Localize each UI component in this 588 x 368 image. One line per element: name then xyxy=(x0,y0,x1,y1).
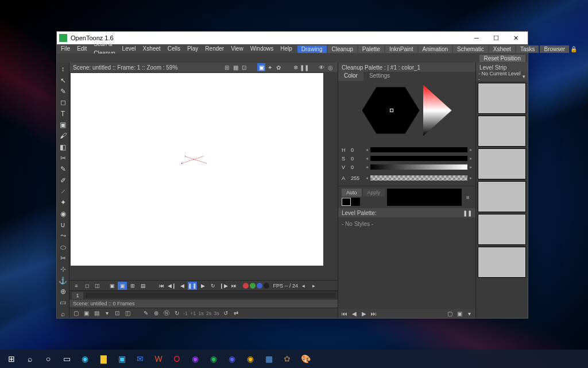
v-dec-icon[interactable]: ◂ xyxy=(366,164,368,170)
pinch-tool[interactable]: ✦ xyxy=(59,198,68,206)
next-frame-button[interactable]: ❙▶ xyxy=(219,282,228,290)
hook-tool[interactable]: ⚓ xyxy=(59,277,68,285)
play-back-button[interactable]: ◀ xyxy=(177,282,187,290)
menu-windows[interactable]: Windows xyxy=(247,44,277,53)
palette-lock-icon[interactable]: ❚❚ xyxy=(463,210,472,216)
opera-icon[interactable]: O xyxy=(169,351,185,366)
grid-icon[interactable]: ⊡ xyxy=(240,63,248,71)
apply-button[interactable]: Apply xyxy=(363,189,385,197)
preview-icon[interactable]: 👁 xyxy=(318,63,326,71)
menu-render[interactable]: Render xyxy=(202,44,227,53)
room-tab-xsheet[interactable]: Xsheet xyxy=(489,45,515,53)
frame-thumbnail[interactable] xyxy=(478,83,526,114)
prev-frame-button[interactable]: ◀❙ xyxy=(167,282,176,290)
camera-view-icon[interactable]: ✿ xyxy=(274,63,283,71)
frame-thumbnail[interactable] xyxy=(478,181,526,212)
subcamera-icon[interactable]: ◎ xyxy=(326,63,334,71)
gimp-icon[interactable]: ✿ xyxy=(279,351,295,366)
loop-button[interactable]: ↻ xyxy=(208,282,218,290)
menu-view[interactable]: View xyxy=(228,44,246,53)
room-tab-tasks[interactable]: Tasks xyxy=(516,45,539,53)
frame-slider-track[interactable] xyxy=(86,293,335,298)
autoinput-icon[interactable]: ↻ xyxy=(173,309,181,317)
previous-swatch[interactable] xyxy=(351,198,360,206)
paint-brush-tool[interactable]: 🖌 xyxy=(59,132,68,140)
freeze-icon[interactable]: ❄ xyxy=(292,63,300,71)
a-dec-icon[interactable]: ◂ xyxy=(366,175,368,181)
hue-hexagon[interactable] xyxy=(362,85,420,136)
frame-thumbnail[interactable] xyxy=(478,247,526,278)
pause-icon[interactable]: ❚❚ xyxy=(300,63,308,71)
s-inc-icon[interactable]: ▸ xyxy=(470,156,472,161)
room-tab-schematic[interactable]: Schematic xyxy=(453,45,488,53)
red-channel-icon[interactable] xyxy=(243,283,249,289)
first-frame-button[interactable]: ⏮ xyxy=(157,282,166,290)
magnet-tool[interactable]: ∪ xyxy=(59,221,68,229)
zoom-tool[interactable]: ⌕ xyxy=(59,310,68,318)
bender-tool[interactable]: ⤳ xyxy=(59,232,68,240)
current-swatch[interactable] xyxy=(342,198,351,206)
frame-thumbnail[interactable] xyxy=(478,214,526,245)
selection-tool[interactable]: ↕ xyxy=(59,65,68,73)
menu-edit[interactable]: Edit xyxy=(74,44,90,53)
tab-settings[interactable]: Settings xyxy=(363,72,396,81)
menu-xsheet[interactable]: Xsheet xyxy=(140,44,164,53)
spotify-icon[interactable]: ◉ xyxy=(206,351,222,366)
field-guide-icon[interactable]: ⊞ xyxy=(223,63,231,71)
palette-nav-next-icon[interactable]: ▶ xyxy=(360,309,368,317)
step-minus1[interactable]: -1 xyxy=(183,310,188,316)
tape-tool[interactable]: ✂ xyxy=(59,154,68,162)
palette-nav-prev-icon[interactable]: ◀ xyxy=(350,309,358,317)
canvas-area[interactable] xyxy=(69,72,338,280)
room-tab-inknpaint[interactable]: InknPaint xyxy=(385,45,417,53)
auto-button[interactable]: Auto xyxy=(342,189,362,197)
new-page-icon[interactable]: ▣ xyxy=(455,309,463,317)
note-icon[interactable]: ⊕ xyxy=(152,309,160,317)
room-tab-cleanup[interactable]: Cleanup xyxy=(328,45,357,53)
iron-tool[interactable]: ⬭ xyxy=(59,243,68,251)
start-icon[interactable]: ⊞ xyxy=(3,351,20,366)
film-icon[interactable]: ⊞ xyxy=(128,282,137,290)
menu-help[interactable]: Help xyxy=(277,44,295,53)
green-channel-icon[interactable] xyxy=(250,283,256,289)
h-inc-icon[interactable]: ▸ xyxy=(470,147,472,152)
menu-cells[interactable]: Cells xyxy=(165,44,183,53)
a-value[interactable]: 255 xyxy=(351,175,363,181)
palette-options-icon[interactable]: ▾ xyxy=(465,309,473,317)
store-icon[interactable]: ▣ xyxy=(114,351,130,366)
tracker-tool[interactable]: ⊕ xyxy=(59,288,68,296)
room-tab-animation[interactable]: Animation xyxy=(419,45,452,53)
reverse-icon[interactable]: ⇄ xyxy=(232,309,240,317)
chrome-icon[interactable]: ◉ xyxy=(242,351,258,366)
pump-tool[interactable]: ◉ xyxy=(59,209,68,217)
room-tab-drawing[interactable]: Drawing xyxy=(297,45,327,53)
define-subcam-icon[interactable]: ▣ xyxy=(107,282,117,290)
move-tool[interactable]: ↖ xyxy=(59,76,68,84)
fps-up-button[interactable]: ▸ xyxy=(310,282,319,290)
palette-nav-first-icon[interactable]: ⏮ xyxy=(341,309,349,317)
style-picker-tool[interactable]: ✎ xyxy=(59,165,68,173)
discord-icon[interactable]: ◉ xyxy=(224,351,240,366)
cortana-icon[interactable]: ○ xyxy=(40,351,56,366)
matte-channel-icon[interactable] xyxy=(264,283,269,289)
subcam-active-icon[interactable]: ▣ xyxy=(118,282,127,290)
level-strip-combo[interactable]: - No Current Level -▾ xyxy=(476,72,528,81)
v-value[interactable]: 0 xyxy=(351,164,363,170)
lock-icon[interactable]: 🔒 xyxy=(570,46,577,52)
minimize-button[interactable]: ─ xyxy=(467,32,486,44)
v-slider[interactable] xyxy=(370,164,467,170)
level-strip-frames[interactable] xyxy=(476,81,528,318)
h-value[interactable]: 0 xyxy=(351,147,363,153)
plastic-tool[interactable]: ▭ xyxy=(59,298,68,306)
open-subxsheet-icon[interactable]: ⊡ xyxy=(113,309,121,317)
new-style-icon[interactable]: ▢ xyxy=(446,309,454,317)
a-slider[interactable] xyxy=(370,175,467,181)
palette-nav-last-icon[interactable]: ⏭ xyxy=(370,309,378,317)
hamburger-icon[interactable]: ≡ xyxy=(72,282,81,290)
fps-down-button[interactable]: ◂ xyxy=(299,282,308,290)
rgb-picker-tool[interactable]: ✐ xyxy=(59,176,68,184)
h-dec-icon[interactable]: ◂ xyxy=(366,147,368,152)
compare-icon[interactable]: ◫ xyxy=(92,282,102,290)
pause-button[interactable]: ❚❚ xyxy=(188,282,197,290)
close-button[interactable]: ✕ xyxy=(506,32,525,44)
